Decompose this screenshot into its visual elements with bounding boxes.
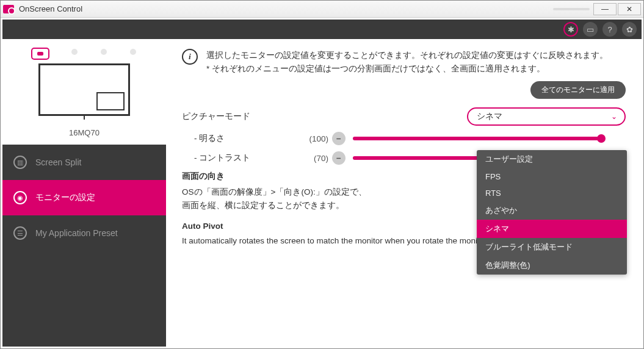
titlebar-spacer: [553, 8, 590, 10]
titlebar: OnScreen Control — ✕: [1, 1, 643, 18]
dropdown-option[interactable]: あざやか: [477, 201, 627, 220]
monitor-selector: [9, 49, 160, 59]
chevron-down-icon: ⌄: [611, 112, 617, 121]
dropdown-option[interactable]: ユーザー設定: [477, 150, 627, 168]
monitor-dot-2[interactable]: [71, 49, 78, 55]
contrast-decrease-button[interactable]: −: [332, 151, 346, 165]
info-row: i 選択したモニターの設定値を変更することができます。それぞれの設定値の変更はす…: [182, 49, 626, 75]
brightness-label: - 明るさ: [182, 133, 292, 144]
brightness-row: - 明るさ (100) − +: [182, 132, 626, 145]
info-icon: i: [182, 49, 198, 65]
sidebar-item-screen-split[interactable]: ▥ Screen Split: [2, 145, 166, 180]
close-button[interactable]: ✕: [618, 3, 641, 15]
split-icon: ▥: [13, 156, 27, 169]
minimize-button[interactable]: —: [593, 3, 617, 15]
contrast-value: (70): [292, 154, 328, 163]
dropdown-option[interactable]: 色覚調整(色): [477, 256, 627, 275]
content: ✱ ▭ ? ✿ 16MQ70: [1, 18, 643, 348]
settings-icon[interactable]: ✿: [622, 22, 637, 37]
main-panel: i 選択したモニターの設定値を変更することができます。それぞれの設定値の変更はす…: [166, 39, 642, 347]
monitor-dot-3[interactable]: [101, 49, 107, 55]
info-line-1: 選択したモニターの設定値を変更することができます。それぞれの設定値の変更はすぐに…: [206, 49, 608, 62]
info-line-2: * それぞれのメニューの設定値は一つの分割画面だけではなく、全画面に適用されます…: [206, 62, 608, 76]
dropdown-option[interactable]: RTS: [477, 185, 627, 201]
picture-mode-row: ピクチャーモード シネマ ⌄: [182, 107, 626, 126]
brightness-slider[interactable]: [353, 137, 601, 140]
sidebar: 16MQ70 ▥ Screen Split ◉ モニターの設定 ☰ My App…: [2, 39, 166, 347]
sidebar-item-label: My Application Preset: [35, 228, 118, 238]
top-toolbar: ✱ ▭ ? ✿: [2, 20, 642, 39]
monitor-dot-4[interactable]: [130, 49, 136, 55]
dropdown-option[interactable]: ブルーライト低減モード: [477, 238, 627, 256]
monitor-name: 16MQ70: [9, 128, 160, 137]
sidebar-item-app-preset[interactable]: ☰ My Application Preset: [2, 215, 166, 251]
monitor-card: 16MQ70: [2, 39, 166, 145]
app-preset-icon: ☰: [13, 226, 27, 240]
app-window: OnScreen Control — ✕ ✱ ▭ ? ✿: [0, 0, 644, 349]
monitor-dot-1[interactable]: [32, 49, 48, 59]
sidebar-item-monitor-settings[interactable]: ◉ モニターの設定: [2, 180, 166, 215]
window-title: OnScreen Control: [19, 4, 553, 13]
pointer-icon[interactable]: ✱: [563, 22, 578, 37]
help-icon[interactable]: ?: [602, 22, 617, 37]
dropdown-option-selected[interactable]: シネマ: [477, 220, 627, 238]
contrast-label: - コントラスト: [182, 153, 292, 164]
window-buttons: — ✕: [593, 3, 641, 15]
picture-mode-dropdown: ユーザー設定 FPS RTS あざやか シネマ ブルーライト低減モード 色覚調整…: [477, 150, 627, 275]
monitor-settings-icon: ◉: [13, 191, 27, 204]
body: 16MQ70 ▥ Screen Split ◉ モニターの設定 ☰ My App…: [2, 39, 642, 347]
picture-mode-label: ピクチャーモード: [182, 111, 304, 122]
dropdown-option[interactable]: FPS: [477, 168, 627, 185]
brightness-decrease-button[interactable]: −: [332, 132, 346, 145]
monitor-image: [38, 63, 130, 124]
info-text: 選択したモニターの設定値を変更することができます。それぞれの設定値の変更はすぐに…: [206, 49, 608, 75]
display-icon[interactable]: ▭: [583, 22, 598, 37]
sidebar-item-label: モニターの設定: [35, 192, 95, 203]
picture-mode-select[interactable]: シネマ ⌄: [467, 107, 626, 126]
app-icon: [3, 5, 14, 13]
sidebar-item-label: Screen Split: [35, 157, 81, 167]
apply-all-button[interactable]: 全てのモニターに適用: [530, 81, 626, 99]
picture-mode-value: シネマ: [477, 111, 502, 122]
brightness-value: (100): [292, 134, 328, 143]
